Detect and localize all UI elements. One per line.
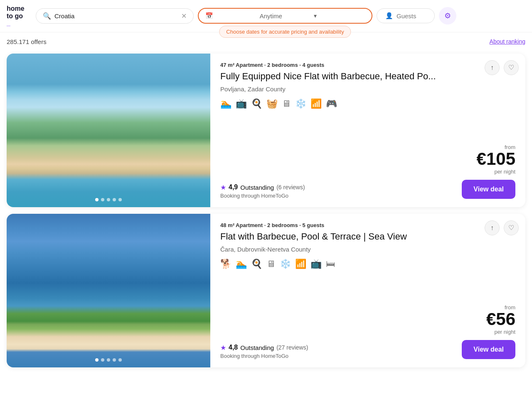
search-input[interactable] — [54, 12, 178, 20]
amenity-game: 🎮 — [326, 98, 337, 109]
listing-card-1: ↑ ♡ 47 m² Apartment · 2 bedrooms · 4 gue… — [7, 54, 525, 207]
card-bottom-2: from €56 per night ★ 4,8 Outstanding (27… — [220, 304, 515, 359]
booking-source-1: Booking through HomeToGo — [220, 193, 305, 199]
amenity-wifi2: 📶 — [295, 259, 306, 269]
amenity-ac: ❄️ — [295, 98, 306, 109]
rating-section-2: ★ 4,8 Outstanding (27 reviews) Booking t… — [220, 344, 308, 359]
amenity-beds: 🛏 — [326, 259, 335, 269]
amenity-kitchen2: 🍳 — [251, 259, 262, 269]
card-title-2: Flat with Barbecue, Pool & Terrace | Sea… — [220, 231, 515, 243]
price-per-1: per night — [477, 169, 515, 175]
price-amount-2: €56 — [486, 311, 515, 328]
card-image-1 — [7, 54, 210, 207]
rating-score-1: 4,9 — [229, 183, 238, 191]
date-placeholder: Anytime — [260, 12, 311, 20]
logo-line1: home — [7, 5, 32, 12]
guests-icon: 👤 — [385, 12, 393, 20]
card-meta-1: 47 m² Apartment · 2 bedrooms · 4 guests — [220, 62, 515, 68]
rating-section-1: ★ 4,9 Outstanding (6 reviews) Booking th… — [220, 183, 305, 199]
search-icon: 🔍 — [43, 12, 51, 20]
card-meta-2: 48 m² Apartment · 2 bedrooms · 5 guests — [220, 222, 515, 228]
img-dot[interactable] — [107, 198, 110, 201]
amenity-pet: 🐕 — [220, 259, 232, 269]
image-dots-1 — [95, 198, 122, 201]
chevron-down-icon: ▾ — [314, 12, 365, 19]
amenity-kitchen: 🍳 — [251, 98, 262, 109]
amenities-2: 🐕 🏊 🍳 🖥 ❄️ 📶 📺 🛏 — [220, 259, 515, 269]
img-dot[interactable] — [107, 358, 110, 362]
logo-line2: to go_ — [7, 12, 32, 27]
favorite-button-1[interactable]: ♡ — [504, 60, 519, 75]
about-ranking-link[interactable]: About ranking — [490, 38, 525, 45]
img-dot[interactable] — [118, 358, 122, 362]
img-dot[interactable] — [101, 358, 104, 362]
header: home to go_ 🔍 ✕ 📅 Anytime ▾ Choose dates… — [0, 0, 532, 32]
img-dot[interactable] — [101, 198, 104, 201]
date-bar[interactable]: 📅 Anytime ▾ Choose dates for accurate pr… — [198, 8, 372, 24]
img-dot[interactable] — [113, 198, 116, 201]
img-dot[interactable] — [95, 198, 99, 201]
view-deal-button-1[interactable]: View deal — [462, 180, 515, 199]
guests-bar[interactable]: 👤 Guests — [377, 8, 435, 23]
price-amount-1: €105 — [477, 150, 515, 168]
star-icon-2: ★ — [220, 344, 226, 352]
share-button-1[interactable]: ↑ — [485, 60, 500, 75]
rating-count-2: (27 reviews) — [276, 344, 308, 351]
guests-placeholder: Guests — [397, 12, 416, 20]
rating-label-2: Outstanding — [240, 344, 274, 351]
amenity-monitor2: 🖥 — [266, 259, 276, 269]
amenity-ac2: ❄️ — [280, 259, 291, 269]
booking-source-2: Booking through HomeToGo — [220, 353, 308, 359]
calendar-icon: 📅 — [205, 12, 256, 20]
amenity-tv: 📺 — [236, 98, 247, 109]
rating-count-1: (6 reviews) — [276, 184, 305, 191]
img-dot[interactable] — [113, 358, 116, 362]
card-title-1: Fully Equipped Nice Flat with Barbecue, … — [220, 71, 515, 83]
rating-score-2: 4,8 — [229, 344, 238, 351]
card-bottom-1: from €105 per night ★ 4,9 Outstanding (6… — [220, 144, 515, 199]
img-dot[interactable] — [95, 358, 99, 362]
card-image-2 — [7, 214, 210, 367]
card-location-2: Čara, Dubrovnik-Neretva County — [220, 246, 515, 253]
amenities-1: 🏊 📺 🍳 🧺 🖥 ❄️ 📶 🎮 — [220, 98, 515, 109]
rating-row-1: ★ 4,9 Outstanding (6 reviews) — [220, 183, 305, 191]
listings: ↑ ♡ 47 m² Apartment · 2 bedrooms · 4 gue… — [0, 54, 532, 374]
rating-row-2: ★ 4,8 Outstanding (27 reviews) — [220, 344, 308, 352]
date-tooltip: Choose dates for accurate pricing and av… — [219, 26, 351, 38]
card-actions-2: ↑ ♡ — [485, 220, 519, 235]
amenity-monitor: 🖥 — [282, 98, 291, 109]
star-icon-1: ★ — [220, 183, 226, 191]
view-deal-button-2[interactable]: View deal — [462, 340, 515, 359]
rating-label-1: Outstanding — [240, 184, 274, 191]
search-bar: 🔍 ✕ — [36, 8, 194, 24]
amenity-wifi: 📶 — [310, 98, 322, 109]
amenity-pool2: 🏊 — [236, 259, 247, 269]
clear-icon[interactable]: ✕ — [181, 12, 187, 20]
price-info-2: from €56 per night — [486, 304, 515, 335]
share-button-2[interactable]: ↑ — [485, 220, 500, 235]
filter-icon: ⚙ — [444, 11, 451, 20]
card-actions-1: ↑ ♡ — [485, 60, 519, 75]
price-per-2: per night — [486, 329, 515, 335]
image-dots-2 — [95, 358, 122, 362]
card-location-1: Povljana, Zadar County — [220, 86, 515, 93]
amenity-pool: 🏊 — [220, 98, 232, 109]
logo[interactable]: home to go_ — [7, 5, 32, 27]
filter-button[interactable]: ⚙ — [439, 7, 456, 24]
offers-count: 285.171 offers — [7, 38, 47, 45]
listing-card-2: ↑ ♡ 48 m² Apartment · 2 bedrooms · 5 gue… — [7, 214, 525, 367]
card-content-2: ↑ ♡ 48 m² Apartment · 2 bedrooms · 5 gue… — [210, 214, 525, 367]
img-dot[interactable] — [118, 198, 122, 201]
card-content-1: ↑ ♡ 47 m² Apartment · 2 bedrooms · 4 gue… — [210, 54, 525, 207]
amenity-washer: 🧺 — [266, 98, 278, 109]
favorite-button-2[interactable]: ♡ — [504, 220, 519, 235]
amenity-tv2: 📺 — [310, 259, 322, 269]
price-info-1: from €105 per night — [477, 144, 515, 175]
